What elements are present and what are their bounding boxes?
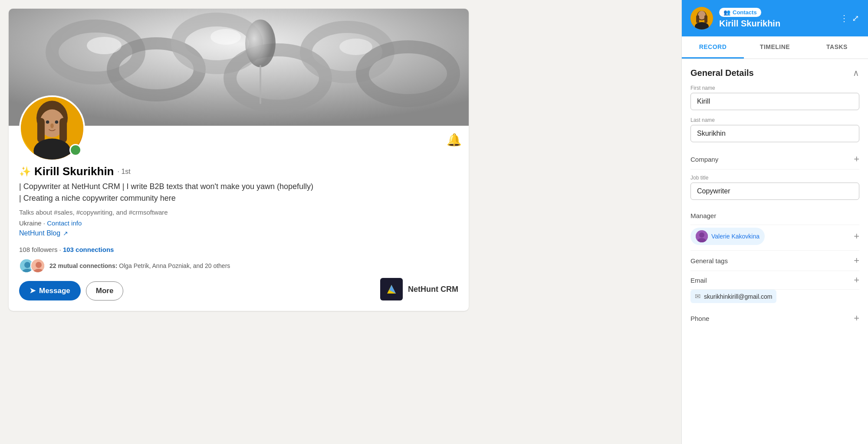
crm-contact-name: Kirill Skurikhin [719,19,834,29]
svg-point-18 [46,121,49,124]
svg-point-8 [210,29,241,45]
manager-add-button[interactable]: + [854,232,859,241]
svg-point-37 [699,232,704,238]
crm-tabs: RECORD TIMELINE TASKS [682,36,868,59]
contacts-people-icon: 👥 [723,9,730,16]
profile-headline: | Copywriter at NetHunt CRM | I write B2… [19,181,314,204]
blog-label: NetHunt Blog [19,229,60,237]
general-tags-row: General tags + [690,251,859,271]
degree-badge: · 1st [118,168,131,176]
tab-tasks[interactable]: TASKS [806,36,868,59]
profile-lower: 🔔 [9,126,469,311]
svg-point-25 [36,262,42,268]
manager-row-header: Manager [690,207,859,225]
first-name-value[interactable]: Kirill [690,93,859,110]
company-badge[interactable]: NetHunt CRM [380,278,458,300]
crm-header: 👥 Contacts Kirill Skurikhin ⋮ ⤢ [682,0,868,36]
svg-rect-15 [37,118,45,143]
general-tags-add-button[interactable]: + [854,256,859,265]
job-title-label: Job title [690,175,859,181]
email-value: skurikhinkirill@gmail.com [704,293,772,300]
profile-sparkle-icon: ✨ [19,166,31,177]
svg-point-7 [87,37,122,54]
profile-name: Kirill Skurikhin [34,165,114,178]
mutual-names: Olga Petrik, Anna Pozniak, and 20 others [119,262,230,269]
svg-point-19 [55,121,59,124]
svg-point-22 [24,262,30,268]
company-label: Company [690,156,718,163]
svg-rect-34 [704,15,707,23]
profile-card: 🔔 [9,9,469,311]
mutual-avatars [19,258,45,273]
message-icon: ➤ [30,286,36,295]
bell-icon[interactable]: 🔔 [447,133,462,147]
first-name-field: First name Kirill [690,85,859,110]
more-button[interactable]: More [86,281,124,300]
manager-chip[interactable]: Valerie Kakovkina [690,228,765,245]
svg-rect-16 [59,118,67,143]
email-chip[interactable]: ✉ skurikhinkirill@gmail.com [690,290,776,303]
tab-record[interactable]: RECORD [682,36,744,59]
crm-contacts-badge: 👥 Contacts [719,8,761,17]
crm-external-icon[interactable]: ⤢ [852,13,859,23]
company-logo [380,278,403,300]
crm-header-info: 👥 Contacts Kirill Skurikhin [719,8,834,29]
crm-contact-avatar [690,7,713,29]
job-title-value[interactable]: Copywriter [690,183,859,200]
location-text: Ukraine [19,219,42,227]
manager-value-row: Valerie Kakovkina + [690,225,859,251]
crm-panel: 👥 Contacts Kirill Skurikhin ⋮ ⤢ RECORD T… [681,0,868,444]
general-details-title: General Details [690,68,754,78]
company-row: Company + [690,149,859,170]
crm-menu-icon[interactable]: ⋮ [840,13,848,23]
message-label: Message [39,287,70,295]
manager-label: Manager [690,212,716,219]
company-name: NetHunt CRM [408,285,458,294]
avatar [19,95,85,161]
email-row: Email + [690,271,859,290]
crm-header-actions: ⋮ ⤢ [840,13,859,23]
message-button[interactable]: ➤ Message [19,281,81,300]
job-title-field: Job title Copywriter [690,175,859,200]
svg-point-9 [339,39,372,55]
first-name-label: First name [690,85,859,91]
mutual-count: 22 mutual connections: Olga Petrik, Anna… [49,262,230,269]
company-add-button[interactable]: + [854,154,859,164]
last-name-label: Last name [690,117,859,123]
location-row: Ukraine · Contact info [19,219,458,227]
blog-link[interactable]: NetHunt Blog ↗ [19,229,68,237]
email-value-row: ✉ skurikhinkirill@gmail.com [690,290,859,303]
crm-content: General Details ∧ First name Kirill Last… [682,59,868,444]
general-details-header: General Details ∧ [690,59,859,85]
svg-point-10 [245,20,276,67]
email-label: Email [690,277,707,284]
svg-rect-11 [260,65,261,104]
contact-info-link[interactable]: Contact info [47,219,82,227]
collapse-icon[interactable]: ∧ [853,68,859,78]
manager-name: Valerie Kakovkina [711,233,760,240]
talks-about: Talks about #sales, #copywriting, and #c… [19,209,458,216]
svg-rect-33 [696,15,699,23]
online-status-badge [69,144,82,156]
connections-link[interactable]: 103 connections [63,246,114,253]
mutual-avatar-2 [30,258,45,273]
phone-row: Phone + [690,308,859,328]
last-name-value[interactable]: Skurikhin [690,125,859,142]
phone-label: Phone [690,315,709,322]
tab-timeline[interactable]: TIMELINE [744,36,806,59]
phone-add-button[interactable]: + [854,313,859,323]
followers-count: 108 followers [19,246,57,253]
general-tags-label: General tags [690,257,728,264]
svg-point-20 [50,123,54,128]
more-label: More [96,287,114,295]
followers-row: 108 followers · 103 connections [19,246,458,253]
mutual-connections-row: 22 mutual connections: Olga Petrik, Anna… [19,258,458,273]
last-name-field: Last name Skurikhin [690,117,859,142]
contacts-badge-label: Contacts [733,9,757,16]
mutual-count-text: 22 mutual connections: [49,262,117,269]
name-row: ✨ Kirill Skurikhin · 1st [19,165,458,178]
manager-avatar [696,230,708,242]
envelope-icon: ✉ [695,292,700,300]
external-link-icon: ↗ [63,230,68,237]
email-add-button[interactable]: + [854,275,859,285]
